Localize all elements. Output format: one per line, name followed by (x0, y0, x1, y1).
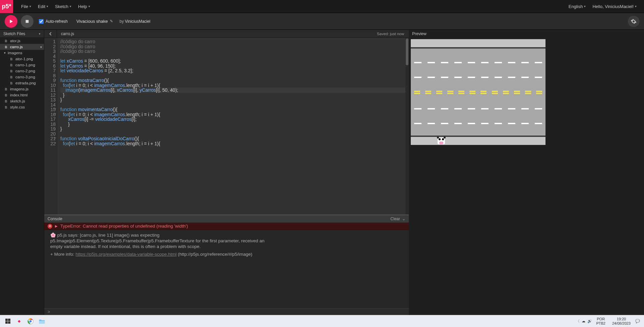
author-link[interactable]: ViniciusMaciel (125, 19, 150, 24)
file-name: carro.js (10, 45, 23, 49)
file-item[interactable]: 🗎ator.js (0, 38, 44, 44)
editor-tabbar: carro.js Saved: just now (44, 30, 409, 38)
pencil-icon: ✎ (110, 19, 113, 23)
caret-down-icon: ▾ (47, 5, 48, 8)
tray-volume-icon[interactable]: 🔊 (587, 319, 592, 323)
lane-center-yellow (414, 91, 542, 94)
error-icon: ✕ (48, 224, 52, 229)
file-icon: 🗎 (9, 81, 13, 85)
expand-arrow-icon[interactable]: ▶ (55, 224, 58, 228)
file-name: imagens (8, 51, 22, 55)
save-status: Saved: just now (377, 32, 409, 36)
file-icon: 🗎 (9, 63, 13, 67)
auto-refresh-checkbox[interactable] (39, 19, 44, 24)
lane-dashes (414, 108, 542, 109)
tray-clock[interactable]: 19:2024/08/2023 (609, 317, 633, 325)
chevron-down-icon[interactable]: ▾ (40, 45, 42, 49)
chevron-down-icon: ⌄ (402, 217, 405, 221)
svg-point-2 (29, 320, 32, 322)
menu-file[interactable]: File▾ (18, 4, 35, 9)
caret-down-icon: ▾ (29, 5, 31, 8)
tray-notifications-icon[interactable]: 💬 (635, 319, 640, 323)
pavement-bottom (411, 137, 545, 145)
sketch-name[interactable]: Vivacious shake ✎ (76, 19, 113, 24)
file-name: imagens.js (10, 87, 28, 91)
file-item[interactable]: 🗎index.html (0, 92, 44, 98)
line-gutter: 123456789▾10▾1112131415▾16▾1718192021▾22… (44, 38, 58, 215)
file-icon: 🗎 (9, 69, 13, 73)
taskbar-explorer[interactable] (36, 317, 48, 326)
console-link[interactable]: https://p5js.org/examples/data-variable-… (75, 252, 177, 257)
file-list: 🗎ator.js🗎carro.js▾▾imagens🗎ator-1.png🗎ca… (0, 38, 44, 110)
file-item[interactable]: 🗎carro-1.png (0, 62, 44, 68)
menu-edit[interactable]: Edit▾ (35, 4, 52, 9)
error-message: TypeError: Cannot read properties of und… (60, 224, 188, 229)
file-name: index.html (10, 93, 27, 97)
editor-column: carro.js Saved: just now 123456789▾10▾11… (44, 30, 409, 315)
editor-scrollbar[interactable] (405, 38, 409, 215)
lane-dashes (414, 62, 542, 63)
preview-canvas (411, 39, 545, 145)
folder-item[interactable]: ▾imagens (0, 50, 44, 56)
settings-button[interactable] (628, 16, 639, 27)
system-tray[interactable]: 〈 ☁ 🔊 PORPTB2 19:2024/08/2023 💬 (576, 317, 642, 325)
file-item[interactable]: 🗎carro.js▾ (0, 44, 44, 50)
file-item[interactable]: 🗎carro-2.png (0, 68, 44, 74)
start-button[interactable] (2, 317, 13, 326)
collapse-sidebar-button[interactable] (44, 30, 57, 38)
preview-panel: Preview (409, 30, 644, 315)
code-content[interactable]: //código do carro//código do carro//códi… (58, 38, 409, 215)
taskbar-app-1[interactable]: ◆ (13, 317, 25, 326)
scrollbar-thumb[interactable] (406, 38, 408, 65)
file-item[interactable]: 🗎carro-3.png (0, 74, 44, 80)
file-item[interactable]: 🗎estrada.png (0, 80, 44, 86)
tray-cloud-icon[interactable]: ☁ (582, 319, 585, 323)
caret-down-icon: ▾ (584, 5, 586, 8)
file-name: sketch.js (10, 99, 25, 103)
menu-help[interactable]: Help▾ (75, 4, 93, 9)
console-clear-button[interactable]: Clear ⌄ (390, 217, 405, 221)
console-error-row[interactable]: ✕ ▶ TypeError: Cannot read properties of… (44, 223, 409, 230)
console-info-link-row: + More info: https://p5js.org/examples/d… (44, 251, 272, 259)
taskbar-chrome[interactable] (25, 317, 36, 326)
auto-refresh-toggle[interactable]: Auto-refresh (39, 19, 68, 24)
console-header: Console Clear ⌄ (44, 215, 409, 223)
console-body[interactable]: ✕ ▶ TypeError: Cannot read properties of… (44, 223, 409, 308)
file-icon: 🗎 (4, 93, 8, 97)
file-name: style.css (10, 105, 25, 109)
file-item[interactable]: 🗎ator-1.png (0, 56, 44, 62)
file-name: ator.js (10, 39, 20, 43)
file-name: ator-1.png (15, 57, 33, 61)
stop-icon (25, 19, 29, 24)
console-input[interactable]: > (44, 308, 409, 315)
windows-taskbar[interactable]: ◆ 〈 ☁ 🔊 PORPTB2 19:2024/08/2023 💬 (0, 315, 644, 327)
user-greeting[interactable]: Hello, ViniciusMaciel!▾ (589, 4, 640, 9)
file-name: carro-2.png (15, 69, 35, 73)
play-icon (9, 19, 13, 24)
caret-down-icon: ▾ (70, 5, 71, 8)
actor-cow-sprite (438, 138, 445, 144)
play-button[interactable] (5, 15, 17, 28)
main-area: Sketch Files ▾ 🗎ator.js🗎carro.js▾▾imagen… (0, 30, 644, 315)
sidebar-header[interactable]: Sketch Files ▾ (0, 30, 44, 38)
auto-refresh-label: Auto-refresh (46, 19, 68, 24)
folder-arrow-icon: ▾ (4, 51, 6, 55)
file-item[interactable]: 🗎style.css (0, 104, 44, 110)
menu-sketch[interactable]: Sketch▾ (52, 4, 75, 9)
file-item[interactable]: 🗎imagens.js (0, 86, 44, 92)
file-item[interactable]: 🗎sketch.js (0, 98, 44, 104)
caret-down-icon: ▾ (635, 5, 637, 8)
code-editor[interactable]: 123456789▾10▾1112131415▾16▾1718192021▾22… (44, 38, 409, 215)
file-name: carro-1.png (15, 63, 35, 67)
console-prompt-icon: > (48, 309, 50, 314)
file-icon: 🗎 (4, 87, 8, 91)
tray-chevron-icon[interactable]: 〈 (576, 319, 580, 324)
file-icon: 🗎 (9, 57, 13, 61)
toolbar: Auto-refresh Vivacious shake ✎ by Vinici… (0, 13, 644, 30)
file-icon: 🗎 (9, 75, 13, 79)
stop-button[interactable] (21, 15, 34, 28)
language-switcher[interactable]: English▾ (565, 4, 589, 9)
file-sidebar: Sketch Files ▾ 🗎ator.js🗎carro.js▾▾imagen… (0, 30, 44, 315)
tray-language[interactable]: PORPTB2 (594, 317, 607, 325)
file-icon: 🗎 (4, 99, 8, 103)
